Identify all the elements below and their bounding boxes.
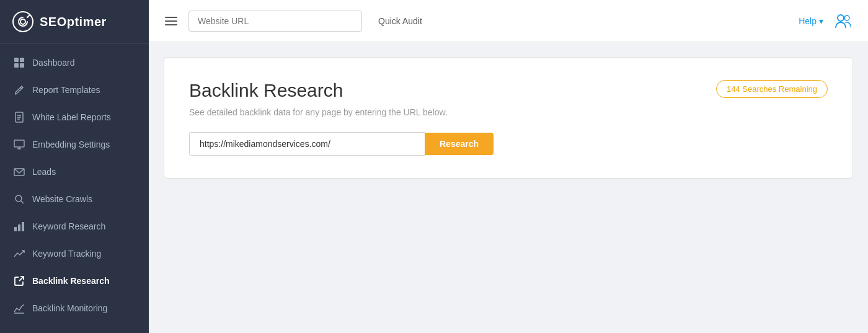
sidebar-item-label-dashboard: Dashboard [32, 58, 75, 68]
seoptimer-logo-icon [12, 11, 33, 32]
svg-line-2 [27, 15, 30, 17]
svg-rect-6 [20, 63, 24, 68]
svg-line-17 [21, 201, 24, 203]
help-dropdown-icon: ▾ [819, 16, 823, 26]
main-area: Quick Audit Help ▾ Backlink Research See… [149, 0, 868, 333]
svg-rect-4 [20, 58, 24, 62]
user-group-icon [833, 11, 853, 31]
svg-rect-3 [14, 58, 19, 62]
svg-point-16 [16, 195, 22, 202]
svg-point-24 [844, 16, 849, 20]
sidebar-item-embedding-settings[interactable]: Embedding Settings [0, 131, 149, 158]
search-circle-icon [14, 193, 25, 205]
hamburger-line-1 [165, 17, 177, 18]
svg-line-7 [20, 87, 22, 89]
sidebar-item-label-embedding: Embedding Settings [32, 140, 110, 149]
svg-rect-18 [14, 227, 17, 231]
sidebar-item-label-leads: Leads [32, 167, 56, 177]
content-card: Backlink Research See detailed backlink … [164, 57, 853, 179]
svg-point-23 [838, 15, 844, 21]
svg-rect-5 [14, 63, 19, 68]
file-icon [14, 112, 25, 123]
logo-text: SEOptimer [40, 15, 107, 29]
svg-point-1 [20, 19, 25, 24]
sidebar-item-backlink-research[interactable]: Backlink Research [0, 267, 149, 295]
page-description: See detailed backlink data for any page … [189, 107, 828, 117]
sidebar-item-label-white-label: White Label Reports [32, 112, 111, 122]
sidebar-item-keyword-tracking[interactable]: Keyword Tracking [0, 240, 149, 267]
monitor-icon [14, 139, 25, 150]
research-button[interactable]: Research [425, 133, 494, 155]
sidebar: SEOptimer Dashboard Report Templates [0, 0, 149, 333]
search-row: Research [189, 132, 828, 156]
grid-icon [14, 57, 25, 68]
hamburger-line-3 [165, 24, 177, 25]
sidebar-item-white-label-reports[interactable]: White Label Reports [0, 104, 149, 131]
svg-line-21 [19, 277, 24, 281]
research-button-label: Research [440, 139, 479, 149]
quick-audit-label: Quick Audit [378, 16, 422, 26]
top-header: Quick Audit Help ▾ [149, 0, 868, 42]
quick-audit-button[interactable]: Quick Audit [370, 11, 431, 31]
sidebar-item-keyword-research[interactable]: Keyword Research [0, 213, 149, 240]
mail-icon [14, 166, 25, 177]
sidebar-item-label-backlink-monitoring: Backlink Monitoring [32, 303, 107, 313]
searches-remaining-badge: 144 Searches Remaining [716, 80, 828, 98]
sidebar-item-label-kw-research: Keyword Research [32, 221, 105, 231]
external-link-icon [14, 275, 25, 286]
hamburger-button[interactable] [161, 13, 181, 29]
svg-rect-19 [18, 224, 20, 231]
page-content: Backlink Research See detailed backlink … [149, 42, 868, 333]
sidebar-item-label-kw-tracking: Keyword Tracking [32, 249, 101, 259]
sidebar-item-label-crawls: Website Crawls [32, 194, 92, 204]
website-url-input[interactable] [188, 11, 362, 32]
help-button[interactable]: Help ▾ [799, 16, 823, 26]
hamburger-line-2 [165, 20, 177, 22]
trend-icon [14, 248, 25, 259]
sidebar-item-website-crawls[interactable]: Website Crawls [0, 185, 149, 213]
svg-rect-20 [22, 222, 24, 231]
edit-icon [14, 84, 25, 95]
help-label: Help [799, 16, 817, 26]
sidebar-item-report-templates[interactable]: Report Templates [0, 76, 149, 104]
user-avatar-button[interactable] [831, 9, 856, 33]
svg-rect-12 [14, 140, 24, 147]
bar-chart-icon [14, 221, 25, 232]
backlink-url-input[interactable] [189, 132, 425, 156]
sidebar-item-dashboard[interactable]: Dashboard [0, 49, 149, 76]
line-chart-icon [14, 303, 25, 314]
sidebar-item-label-report-templates: Report Templates [32, 85, 100, 95]
sidebar-item-leads[interactable]: Leads [0, 158, 149, 185]
sidebar-logo: SEOptimer [0, 0, 149, 44]
sidebar-nav: Dashboard Report Templates White Label R… [0, 44, 149, 327]
sidebar-item-backlink-monitoring[interactable]: Backlink Monitoring [0, 295, 149, 322]
sidebar-item-label-backlink-research: Backlink Research [32, 276, 110, 286]
